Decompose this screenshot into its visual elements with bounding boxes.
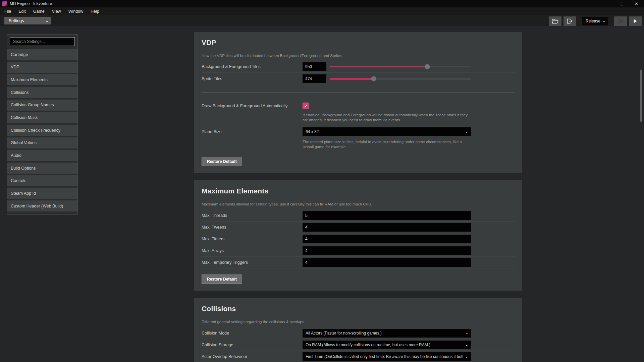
vdp-description: How the VDP tiles will be distributed be…: [202, 53, 515, 58]
menu-edit[interactable]: Edit: [15, 7, 30, 15]
build-config-value: Release: [586, 19, 600, 23]
restore-button[interactable]: [614, 0, 629, 7]
sprite-tiles-input[interactable]: [303, 74, 326, 83]
bg-fg-tiles-row: Background & Foreground Tiles: [202, 61, 515, 73]
vdp-panel: VDP How the VDP tiles will be distribute…: [194, 32, 522, 173]
sidebar-item-vdp[interactable]: VDP: [7, 62, 77, 73]
max-timers-input[interactable]: [303, 235, 471, 243]
menu-game[interactable]: Game: [30, 7, 48, 15]
sidebar-item-custom-header[interactable]: Custom Header (Web Build): [7, 200, 77, 212]
collision-storage-value: On RAM (Allows to modify collisions on r…: [306, 343, 463, 347]
sidebar-item-build-options[interactable]: Build Options: [7, 163, 77, 174]
draw-auto-field: ✓ If enabled, Background and Foreground …: [303, 103, 471, 123]
sidebar-item-global-values[interactable]: Global Values: [7, 137, 77, 148]
sprite-tiles-label: Sprite Tiles: [202, 76, 303, 81]
max-arrays-input[interactable]: [303, 246, 471, 255]
app-icon: [2, 1, 7, 6]
chevron-down-icon: ⌄: [602, 20, 605, 22]
max-threads-input[interactable]: [303, 211, 471, 220]
menu-help[interactable]: Help: [87, 7, 103, 15]
sidebar-item-collision-group-names[interactable]: Collision Group Names: [7, 100, 77, 111]
run-button[interactable]: [629, 16, 642, 26]
chevron-down-icon: ⌄: [465, 131, 468, 133]
sidebar-item-cartridge[interactable]: Cartridge: [7, 49, 77, 60]
maximum-elements-restore-default-button[interactable]: Restore Default: [202, 275, 242, 284]
maximum-elements-rows: Max. Threads Max. Tweens Max. Timers Max…: [202, 210, 515, 268]
menu-view[interactable]: View: [48, 7, 65, 15]
actor-overlap-behaviour-value: First Time (OnCollide is called only fir…: [306, 354, 463, 359]
menu-bar: File Edit Game View Window Help: [0, 7, 644, 15]
section-divider: [202, 92, 515, 93]
chevron-down-icon: ⌄: [465, 344, 468, 346]
settings-sidebar: Cartridge VDP Maximum Elements Collision…: [7, 34, 78, 215]
max-temporary-triggers-input[interactable]: [303, 258, 471, 267]
maximum-elements-description: Maximum elements allowed for certain typ…: [202, 202, 515, 206]
plane-size-help: The desired plane size in tiles, helpful…: [303, 139, 471, 149]
sprite-tiles-row: Sprite Tiles: [202, 73, 515, 85]
vertical-scrollbar-thumb[interactable]: [640, 70, 642, 122]
plane-size-value: 64 x 32: [306, 129, 463, 134]
maximum-elements-panel: Maximum Elements Maximum elements allowe…: [194, 180, 522, 291]
actor-overlap-behaviour-select[interactable]: First Time (OnCollide is called only fir…: [303, 352, 471, 361]
export-icon: [567, 18, 573, 24]
bg-fg-tiles-label: Background & Foreground Tiles: [202, 64, 303, 69]
plane-size-select[interactable]: 64 x 32 ⌄: [303, 127, 471, 136]
sidebar-item-controls[interactable]: Controls: [7, 175, 77, 186]
sidebar-item-steam-app-id[interactable]: Steam App Id: [7, 188, 77, 199]
max-tweens-input[interactable]: [303, 223, 471, 232]
max-arrays-label: Max. Arrays: [202, 248, 303, 253]
title-bar: MD Engine - Inkventure ✕: [0, 0, 644, 7]
slider-thumb[interactable]: [425, 64, 430, 69]
bg-fg-tiles-slider[interactable]: [330, 66, 471, 67]
toolbar-right: Release ⌄: [547, 16, 642, 26]
collisions-title: Collisions: [202, 305, 515, 313]
chevron-down-icon: ⌄: [45, 20, 49, 22]
collisions-rows: Collision Mode All Actors (Faster for no…: [202, 327, 515, 362]
search-input[interactable]: [10, 37, 75, 46]
plane-size-row: Plane Size 64 x 32 ⌄ The desired plane s…: [202, 127, 515, 149]
toolbar: Settings ⌄ Release ⌄: [0, 15, 644, 26]
max-temporary-triggers-label: Max. Temporary Triggers: [202, 260, 303, 265]
mode-select[interactable]: Settings ⌄: [4, 17, 51, 24]
max-timers-row: Max. Timers: [202, 233, 515, 245]
collision-storage-select[interactable]: On RAM (Allows to modify collisions on r…: [303, 341, 471, 349]
max-tweens-label: Max. Tweens: [202, 225, 303, 230]
sidebar-item-maximum-elements[interactable]: Maximum Elements: [7, 74, 77, 85]
sprite-tiles-slider[interactable]: [330, 78, 471, 80]
sidebar-item-collision-check-frecuency[interactable]: Collision Check Frecuency: [7, 125, 77, 136]
minimize-button[interactable]: [599, 0, 614, 7]
slider-fill: [330, 78, 374, 80]
draw-auto-label: Draw Background & Foreground Automatical…: [202, 103, 303, 123]
vdp-title: VDP: [202, 39, 515, 47]
actor-overlap-behaviour-label: Actor Overlap Behaviour: [202, 354, 303, 359]
draw-auto-row: Draw Background & Foreground Automatical…: [202, 95, 515, 123]
sidebar-item-collision-mask[interactable]: Collision Mask: [7, 112, 77, 123]
collision-storage-label: Collision Storage: [202, 343, 303, 347]
vdp-restore-default-button[interactable]: Restore Default: [202, 157, 242, 166]
close-icon: ✕: [635, 2, 638, 6]
check-icon: ✓: [304, 103, 308, 109]
bg-fg-tiles-input[interactable]: [303, 62, 326, 71]
play-icon: [633, 18, 638, 24]
settings-main: VDP How the VDP tiles will be distribute…: [194, 32, 522, 362]
content-area: Cartridge VDP Maximum Elements Collision…: [0, 26, 644, 362]
plane-size-label: Plane Size: [202, 127, 303, 149]
menu-window[interactable]: Window: [65, 7, 87, 15]
menu-file[interactable]: File: [1, 7, 15, 15]
export-button[interactable]: [564, 16, 576, 26]
draw-auto-checkbox[interactable]: ✓: [303, 103, 309, 109]
open-project-button[interactable]: [549, 16, 561, 26]
sidebar-item-audio[interactable]: Audio: [7, 150, 77, 161]
max-threads-label: Max. Threads: [202, 213, 303, 218]
collision-mode-row: Collision Mode All Actors (Faster for no…: [202, 327, 515, 339]
slider-fill: [330, 66, 427, 67]
build-config-select[interactable]: Release ⌄: [582, 17, 608, 25]
sidebar-item-collisions[interactable]: Collisions: [7, 87, 77, 98]
run-debug-button[interactable]: [614, 16, 627, 26]
collision-mode-select[interactable]: All Actors (Faster for non-scrolling gam…: [303, 329, 471, 338]
slider-thumb[interactable]: [371, 76, 376, 81]
chevron-down-icon: ⌄: [465, 332, 468, 334]
actor-overlap-behaviour-row: Actor Overlap Behaviour First Time (OnCo…: [202, 351, 515, 362]
window-title: MD Engine - Inkventure: [10, 1, 52, 6]
close-button[interactable]: ✕: [629, 0, 644, 7]
